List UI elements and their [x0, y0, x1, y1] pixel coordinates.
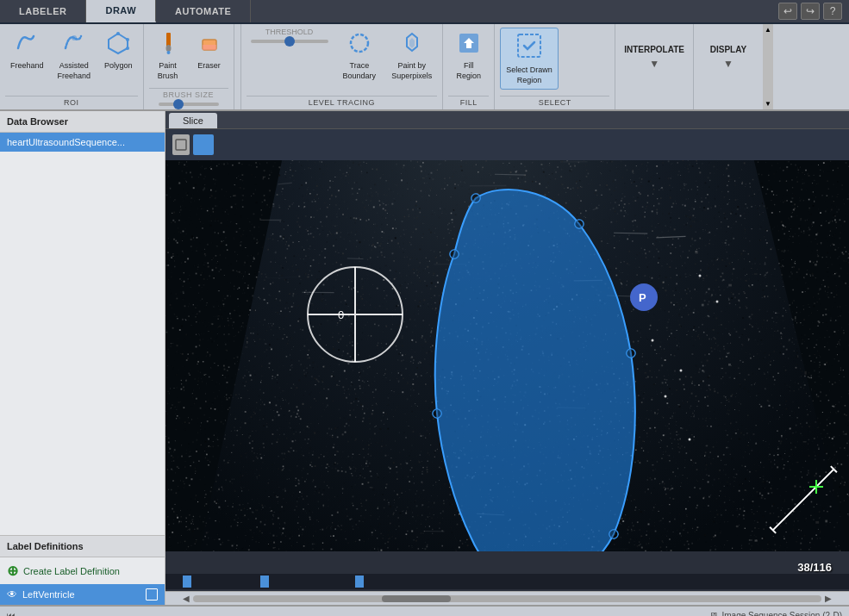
select-drawn-region-button[interactable]: Select Drawn Region — [500, 28, 559, 90]
svg-marker-1 — [109, 34, 128, 53]
fill-region-button[interactable]: Fill Region — [450, 28, 488, 84]
svg-rect-9 — [203, 45, 216, 50]
freehand-icon — [15, 31, 39, 59]
svg-rect-15 — [176, 140, 186, 150]
frame-counter: 38/116 — [797, 561, 832, 574]
frame-color-box — [193, 134, 214, 155]
svg-point-0 — [72, 35, 77, 40]
create-label-definition-button[interactable]: ⊕ Create Label Definition — [0, 557, 165, 584]
timeline-marker-2 — [260, 576, 269, 588]
svg-point-4 — [126, 47, 129, 50]
frame-icon — [172, 134, 190, 155]
svg-point-7 — [166, 51, 170, 54]
timeline-marker-1 — [183, 576, 191, 588]
sidebar: Data Browser heartUltrasoundSequence... … — [0, 111, 165, 605]
freehand-button[interactable]: Freehand — [5, 28, 49, 75]
main-content: Data Browser heartUltrasoundSequence... … — [0, 111, 849, 605]
navigation-icon: ⏮ — [7, 611, 16, 616]
level-tracing-group: Threshold Trace Boundary Paint by Superp… — [241, 24, 444, 109]
slice-tab[interactable]: Slice — [169, 113, 217, 128]
status-bar: ⏮ 🖥 Image Sequence Session (2-D) — [0, 605, 849, 616]
plus-icon: ⊕ — [7, 563, 18, 579]
svg-rect-14 — [518, 34, 540, 57]
sidebar-empty-area — [0, 152, 165, 535]
svg-point-3 — [126, 38, 129, 41]
scroll-track[interactable] — [193, 595, 821, 602]
scroll-left-arrow[interactable]: ◀ — [179, 594, 193, 603]
bottom-scrollbar[interactable]: ◀ ▶ — [165, 591, 849, 605]
frame-indicator-bar — [165, 129, 849, 160]
fill-group: Fill Region FILL — [443, 24, 495, 109]
assisted-freehand-icon — [62, 31, 86, 59]
ribbon: Freehand Assisted Freehand Polygon ROI — [0, 24, 849, 111]
tab-draw[interactable]: DRAW — [86, 0, 156, 22]
undo-button[interactable]: ↩ — [778, 3, 797, 20]
ultrasound-canvas[interactable] — [165, 129, 849, 551]
paint-superpixels-button[interactable]: Paint by Superpixels — [386, 28, 437, 84]
assisted-freehand-button[interactable]: Assisted Freehand — [53, 28, 97, 84]
ribbon-scrollbar[interactable]: ▲ ▼ — [763, 24, 773, 109]
svg-rect-5 — [166, 33, 171, 47]
select-group: Select Drawn Region SELECT — [495, 24, 615, 109]
svg-point-6 — [165, 45, 171, 52]
left-ventricle-label[interactable]: 👁 LeftVentricle — [0, 584, 165, 605]
display-arrow-icon: ▼ — [723, 58, 734, 70]
polygon-button[interactable]: Polygon — [99, 28, 138, 75]
paint-superpixels-icon — [400, 31, 424, 59]
roi-group: Freehand Assisted Freehand Polygon ROI — [0, 24, 144, 109]
session-icon: 🖥 — [709, 611, 718, 616]
scroll-right-arrow[interactable]: ▶ — [821, 594, 835, 603]
fill-region-icon — [457, 31, 481, 59]
trace-boundary-button[interactable]: Trace Boundary — [338, 28, 382, 84]
status-left: ⏮ — [7, 611, 16, 616]
scroll-thumb[interactable] — [382, 595, 451, 602]
eye-icon: 👁 — [7, 588, 17, 600]
status-right: 🖥 Image Sequence Session (2-D) — [709, 611, 842, 616]
data-browser-title: Data Browser — [0, 111, 165, 133]
label-definitions-title: Label Definitions — [0, 536, 165, 557]
svg-point-10 — [351, 34, 368, 52]
tab-labeler[interactable]: LABELER — [0, 0, 86, 22]
eraser-icon — [197, 31, 222, 59]
select-drawn-region-icon — [515, 32, 543, 63]
brush-group: Paint Brush Eraser Brush Size — [144, 24, 234, 109]
label-definitions-section: Label Definitions ⊕ Create Label Definit… — [0, 535, 165, 605]
redo-button[interactable]: ↪ — [801, 3, 820, 20]
brush-size-slider[interactable] — [159, 103, 219, 106]
timeline-bar — [165, 574, 849, 589]
tab-automate[interactable]: AUTOMATE — [156, 0, 251, 22]
interpolate-arrow-icon: ▼ — [649, 58, 659, 70]
color-swatch — [146, 588, 158, 600]
display-button[interactable]: DISPLAY ▼ — [694, 24, 763, 109]
paint-brush-icon — [156, 31, 180, 59]
threshold-slider[interactable] — [251, 40, 328, 43]
polygon-icon — [106, 31, 130, 59]
paint-brush-button[interactable]: Paint Brush — [149, 28, 187, 84]
image-area: Slice 38/116 ◀ — [165, 111, 849, 605]
data-browser-item[interactable]: heartUltrasoundSequence... — [0, 133, 165, 152]
interpolate-button[interactable]: INTERPOLATE ▼ — [615, 24, 694, 109]
tab-controls: ↩ ↪ ? — [771, 0, 849, 22]
svg-point-2 — [116, 32, 120, 35]
timeline-marker-3 — [355, 576, 364, 588]
image-canvas[interactable]: 38/116 — [165, 129, 849, 591]
trace-boundary-icon — [347, 31, 371, 59]
svg-marker-12 — [409, 38, 415, 48]
eraser-button[interactable]: Eraser — [190, 28, 228, 75]
tab-bar: LABELER DRAW AUTOMATE ↩ ↪ ? — [0, 0, 849, 24]
slice-tab-bar: Slice — [165, 111, 849, 129]
help-button[interactable]: ? — [823, 3, 842, 20]
